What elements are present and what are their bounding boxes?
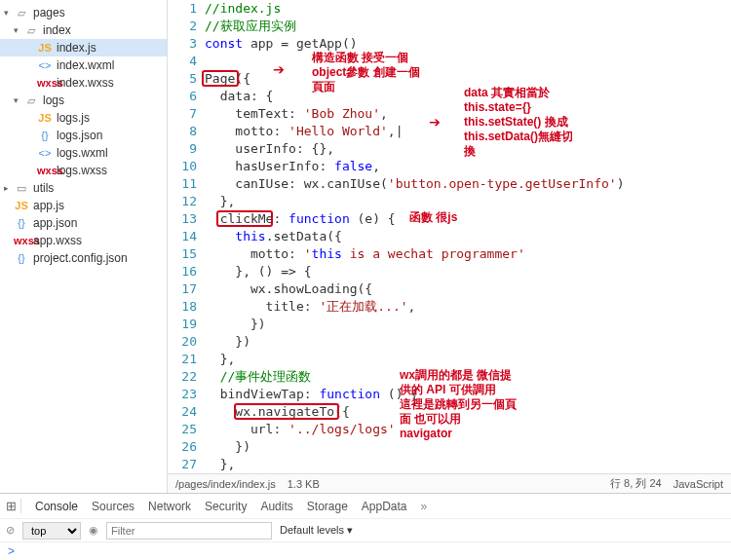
folder-icon: ▱	[23, 24, 39, 37]
tree-item-label: logs	[43, 93, 64, 107]
tree-item-label: index.wxss	[57, 76, 114, 90]
tree-item-label: logs.json	[57, 129, 102, 142]
js-file-icon: JS	[14, 200, 29, 211]
tree-item-logs-json[interactable]: {}logs.json	[0, 127, 167, 144]
clear-console-icon[interactable]: ⊘	[6, 524, 15, 537]
code-content[interactable]: //index.js//获取应用实例const app = getApp() P…	[205, 0, 731, 473]
json-file-icon: {}	[14, 252, 29, 264]
wxml-file-icon: <>	[37, 147, 53, 159]
tree-item-index-js[interactable]: JSindex.js	[0, 39, 167, 56]
chevron-down-icon: ▾	[4, 8, 14, 18]
eye-icon[interactable]: ◉	[89, 524, 98, 537]
more-tabs-icon[interactable]: »	[421, 500, 428, 513]
devtools-tabs: ⊞ Console Sources Network Security Audit…	[0, 494, 731, 519]
line-gutter: 1234567891011121314151617181920212223242…	[168, 0, 205, 473]
tree-item-app-js[interactable]: JSapp.js	[0, 197, 167, 214]
tree-item-app-json[interactable]: {}app.json	[0, 214, 167, 232]
tree-item-label: index.js	[57, 41, 96, 55]
tab-console[interactable]: Console	[35, 500, 78, 513]
tree-item-index-wxss[interactable]: wxssindex.wxss	[0, 74, 167, 92]
json-file-icon: {}	[37, 130, 53, 141]
tab-network[interactable]: Network	[148, 500, 191, 513]
tab-storage[interactable]: Storage	[307, 500, 348, 513]
folder-icon: ▱	[23, 94, 39, 107]
tree-item-utils[interactable]: ▸▭utils	[0, 179, 167, 197]
tree-item-app-wxss[interactable]: wxssapp.wxss	[0, 232, 167, 249]
context-selector[interactable]: top	[22, 522, 81, 540]
tab-appdata[interactable]: AppData	[362, 500, 407, 513]
folder-icon: ▱	[14, 7, 29, 19]
file-path: /pages/index/index.js	[175, 478, 276, 490]
tree-item-label: logs.js	[57, 111, 90, 125]
wxss-file-icon: wxss	[14, 235, 29, 246]
folder-icon: ▭	[14, 182, 29, 195]
devtools-panel: ⊞ Console Sources Network Security Audit…	[0, 493, 731, 560]
json-file-icon: {}	[14, 217, 29, 229]
editor-statusbar: /pages/index/index.js 1.3 KB 行 8, 列 24 J…	[168, 473, 731, 493]
tab-audits[interactable]: Audits	[260, 500, 292, 513]
wxss-file-icon: wxss	[37, 165, 53, 176]
chevron-down-icon: ▾	[14, 95, 23, 105]
cursor-position: 行 8, 列 24	[610, 476, 662, 491]
tree-item-label: index.wxml	[57, 58, 114, 72]
tree-item-logs-wxml[interactable]: <>logs.wxml	[0, 144, 167, 162]
code-editor: 1234567891011121314151617181920212223242…	[168, 0, 731, 493]
devtools-toggle-icon[interactable]: ⊞	[6, 499, 21, 513]
chevron-right-icon: ▸	[4, 183, 14, 193]
tree-item-label: app.json	[33, 216, 77, 230]
tree-item-logs-wxss[interactable]: wxsslogs.wxss	[0, 162, 167, 179]
tree-item-label: logs.wxml	[57, 146, 108, 160]
tab-sources[interactable]: Sources	[92, 500, 135, 513]
tree-item-project-config-json[interactable]: {}project.config.json	[0, 249, 167, 267]
tree-item-logs-js[interactable]: JSlogs.js	[0, 109, 167, 127]
js-file-icon: JS	[37, 112, 53, 124]
console-toolbar: ⊘ top ◉ Default levels ▾	[0, 519, 731, 542]
log-levels-selector[interactable]: Default levels ▾	[280, 524, 353, 537]
tree-item-label: index	[43, 23, 71, 37]
wxml-file-icon: <>	[37, 59, 53, 71]
tree-item-label: utils	[33, 181, 54, 195]
tree-item-label: app.js	[33, 199, 64, 212]
tree-item-label: project.config.json	[33, 251, 128, 265]
tree-item-label: app.wxss	[33, 234, 82, 247]
js-file-icon: JS	[37, 42, 53, 54]
tree-item-label: logs.wxss	[57, 164, 107, 177]
file-size: 1.3 KB	[288, 478, 320, 490]
tree-item-index[interactable]: ▾▱index	[0, 21, 167, 39]
chevron-down-icon: ▾	[14, 25, 23, 35]
tree-item-pages[interactable]: ▾▱pages	[0, 4, 167, 21]
wxss-file-icon: wxss	[37, 77, 53, 89]
file-explorer[interactable]: ▾▱pages▾▱indexJSindex.js<>index.wxmlwxss…	[0, 0, 168, 493]
tree-item-label: pages	[33, 6, 65, 19]
filter-input[interactable]	[106, 522, 272, 540]
tree-item-logs[interactable]: ▾▱logs	[0, 92, 167, 109]
console-prompt[interactable]: >	[0, 542, 731, 560]
tree-item-index-wxml[interactable]: <>index.wxml	[0, 56, 167, 74]
tab-security[interactable]: Security	[205, 500, 247, 513]
language-mode[interactable]: JavaScript	[673, 478, 723, 490]
